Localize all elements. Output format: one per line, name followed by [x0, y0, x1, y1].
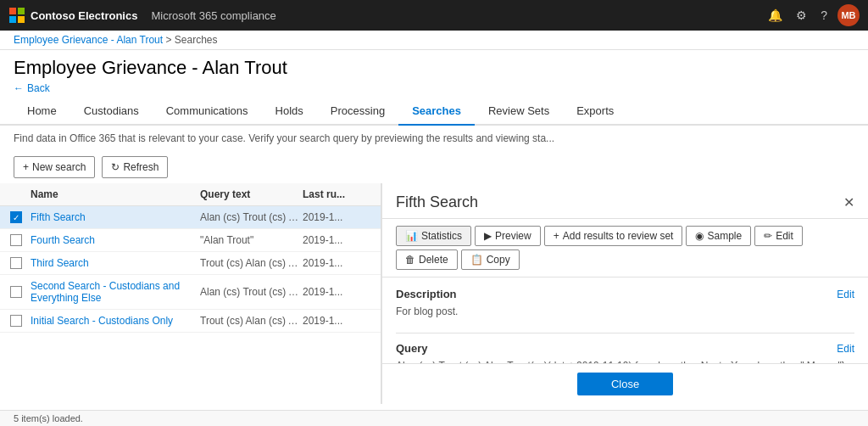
- copy-icon: 📋: [470, 254, 483, 266]
- detail-body: Description Edit For blog post. Query Ed…: [382, 277, 868, 363]
- detail-panel: Fifth Search ✕ 📊 Statistics ▶ Preview + …: [381, 183, 868, 404]
- svg-rect-2: [9, 16, 16, 23]
- top-navigation: Contoso Electronics Microsoft 365 compli…: [0, 0, 868, 31]
- add-results-button[interactable]: + Add results to review set: [544, 226, 683, 246]
- table-row[interactable]: Third Search Trout (cs) Alan (cs) AT (cs…: [0, 252, 381, 275]
- help-icon[interactable]: ?: [817, 5, 831, 25]
- refresh-icon: ↻: [111, 161, 120, 173]
- tab-processing[interactable]: Processing: [317, 98, 398, 126]
- breadcrumb-separator: >: [165, 34, 174, 46]
- row-checkbox[interactable]: [10, 234, 22, 246]
- description-value: For blog post.: [396, 304, 854, 319]
- row-query: Alan (cs) Trout (cs) AT (cs) Alan Trout: [200, 286, 303, 298]
- page-title: Employee Grievance - Alan Trout: [14, 57, 854, 79]
- copy-label: Copy: [487, 254, 510, 266]
- new-search-button[interactable]: + New search: [14, 156, 95, 178]
- row-query: "Alan Trout": [200, 234, 303, 246]
- row-name: Third Search: [31, 257, 200, 269]
- edit-label: Edit: [776, 230, 793, 242]
- back-button[interactable]: ← Back: [14, 82, 854, 94]
- tab-home[interactable]: Home: [14, 98, 70, 126]
- tab-review-sets[interactable]: Review Sets: [475, 98, 563, 126]
- top-nav-icons: 🔔 ⚙ ? MB: [765, 4, 860, 26]
- statistics-label: Statistics: [421, 230, 462, 242]
- app-logo: Contoso Electronics: [8, 7, 137, 24]
- sample-button[interactable]: ◉ Sample: [686, 226, 751, 246]
- row-lastrun: 2019-1...: [303, 286, 370, 298]
- close-button[interactable]: Close: [577, 373, 673, 395]
- row-name: Second Search - Custodians and Everythin…: [31, 280, 200, 304]
- detail-title: Fifth Search: [396, 193, 478, 211]
- detail-header: Fifth Search ✕: [382, 183, 868, 219]
- row-name: Fourth Search: [31, 234, 200, 246]
- delete-label: Delete: [419, 254, 448, 266]
- back-label: Back: [27, 82, 50, 94]
- company-name: Contoso Electronics: [31, 9, 137, 22]
- query-header: Query Edit: [396, 342, 854, 355]
- row-checkbox[interactable]: ✓: [10, 211, 22, 223]
- breadcrumb-case-link[interactable]: Employee Grievance - Alan Trout: [14, 34, 163, 46]
- description-section: Description Edit For blog post.: [396, 288, 854, 319]
- product-title: Microsoft 365 compliance: [151, 9, 275, 22]
- row-name: Fifth Search: [31, 211, 200, 223]
- row-lastrun: 2019-1...: [303, 315, 370, 327]
- copy-button[interactable]: 📋 Copy: [461, 249, 520, 270]
- detail-footer: Close: [382, 363, 868, 404]
- searches-table: Name Query text Last ru... ✓ Fifth Searc…: [0, 183, 381, 404]
- preview-button[interactable]: ▶ Preview: [475, 226, 541, 246]
- detail-close-button[interactable]: ✕: [843, 194, 854, 210]
- row-lastrun: 2019-1...: [303, 211, 370, 223]
- description-label: Description: [396, 288, 457, 300]
- row-checkbox[interactable]: [10, 257, 22, 269]
- row-checkbox[interactable]: [10, 315, 22, 327]
- row-name: Initial Search - Custodians Only: [31, 315, 200, 327]
- statistics-icon: 📊: [405, 230, 418, 242]
- query-section: Query Edit Alan (cs) Trout (cs) Alan Tro…: [396, 342, 854, 363]
- row-lastrun: 2019-1...: [303, 257, 370, 269]
- row-checkbox[interactable]: [10, 286, 22, 298]
- table-row[interactable]: Initial Search - Custodians Only Trout (…: [0, 310, 381, 333]
- search-toolbar: + New search ↻ Refresh: [0, 151, 868, 183]
- svg-rect-1: [18, 8, 25, 14]
- detail-toolbar: 📊 Statistics ▶ Preview + Add results to …: [382, 219, 868, 277]
- statistics-button[interactable]: 📊 Statistics: [396, 226, 471, 246]
- tab-bar: Home Custodians Communications Holds Pro…: [0, 98, 868, 126]
- row-query: Trout (cs) Alan (cs) AT (cs) Alan Trout: [200, 315, 303, 327]
- new-search-label: New search: [32, 161, 86, 173]
- page-description: Find data in Office 365 that is relevant…: [0, 126, 868, 151]
- main-content: Name Query text Last ru... ✓ Fifth Searc…: [0, 183, 868, 404]
- header-checkbox-col: [10, 188, 31, 200]
- svg-rect-3: [18, 16, 25, 23]
- edit-button[interactable]: ✏ Edit: [754, 226, 803, 246]
- gear-icon[interactable]: ⚙: [793, 5, 810, 25]
- query-edit-link[interactable]: Edit: [837, 343, 854, 355]
- edit-icon: ✏: [764, 230, 772, 242]
- tab-custodians[interactable]: Custodians: [70, 98, 153, 126]
- preview-icon: ▶: [484, 230, 492, 242]
- table-row[interactable]: Second Search - Custodians and Everythin…: [0, 275, 381, 310]
- add-results-icon: +: [554, 230, 559, 242]
- tab-searches[interactable]: Searches: [398, 98, 475, 126]
- preview-label: Preview: [495, 230, 531, 242]
- header-name-col: Name: [31, 188, 200, 200]
- breadcrumb: Employee Grievance - Alan Trout > Search…: [0, 31, 868, 50]
- header-lastrun-col: Last ru...: [303, 188, 370, 200]
- row-query: Trout (cs) Alan (cs) AT (cs) Alan Trout: [200, 257, 303, 269]
- table-row[interactable]: ✓ Fifth Search Alan (cs) Trout (cs) Alan…: [0, 206, 381, 229]
- breadcrumb-section: Searches: [175, 34, 218, 46]
- tab-communications[interactable]: Communications: [153, 98, 262, 126]
- table-row[interactable]: Fourth Search "Alan Trout" 2019-1...: [0, 229, 381, 252]
- tab-exports[interactable]: Exports: [563, 98, 627, 126]
- bell-icon[interactable]: 🔔: [765, 5, 786, 25]
- user-avatar[interactable]: MB: [837, 4, 860, 26]
- tab-holds[interactable]: Holds: [262, 98, 317, 126]
- row-lastrun: 2019-1...: [303, 234, 370, 246]
- svg-rect-0: [9, 8, 16, 14]
- sample-label: Sample: [707, 230, 742, 242]
- delete-button[interactable]: 🗑 Delete: [396, 249, 458, 270]
- add-results-label: Add results to review set: [563, 230, 674, 242]
- refresh-label: Refresh: [123, 161, 159, 173]
- description-edit-link[interactable]: Edit: [837, 289, 854, 300]
- refresh-button[interactable]: ↻ Refresh: [102, 156, 168, 178]
- sample-icon: ◉: [695, 230, 704, 242]
